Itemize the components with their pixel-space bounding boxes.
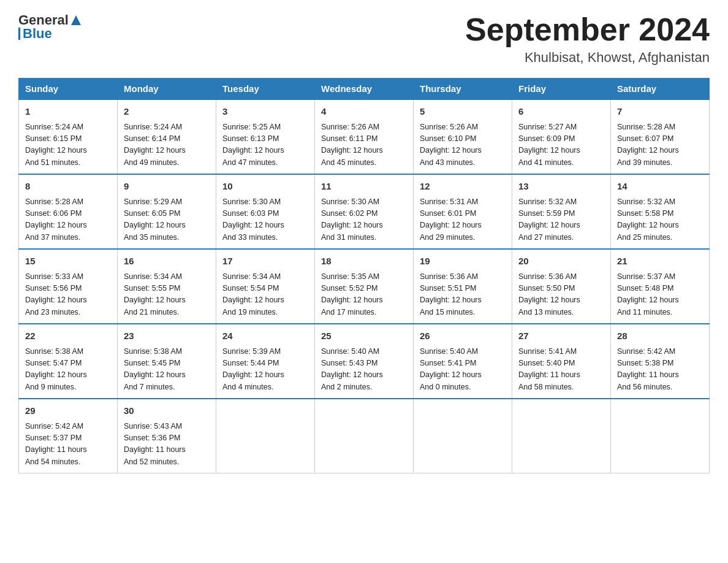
col-header-saturday: Saturday xyxy=(611,79,710,100)
day-info-full: Sunrise: 5:36 AMSunset: 5:50 PMDaylight:… xyxy=(518,271,604,319)
day-info-full: Sunrise: 5:40 AMSunset: 5:41 PMDaylight:… xyxy=(420,346,506,394)
col-header-thursday: Thursday xyxy=(414,79,512,100)
day-cell: 21Sunrise: 5:37 AMSunset: 5:48 PMDayligh… xyxy=(611,249,710,324)
header-row: SundayMondayTuesdayWednesdayThursdayFrid… xyxy=(19,79,710,100)
title-area: September 2024 Khulbisat, Khowst, Afghan… xyxy=(465,12,710,66)
day-cell xyxy=(611,399,710,473)
day-cell: 4Sunrise: 5:26 AMSunset: 6:11 PMDaylight… xyxy=(315,99,414,174)
day-number: 1 xyxy=(25,105,111,119)
day-number: 20 xyxy=(518,255,604,269)
day-cell: 18Sunrise: 5:35 AMSunset: 5:52 PMDayligh… xyxy=(315,249,414,324)
week-row-1: 1Sunrise: 5:24 AMSunset: 6:15 PMDaylight… xyxy=(19,99,710,174)
day-cell: 28Sunrise: 5:42 AMSunset: 5:38 PMDayligh… xyxy=(611,324,710,399)
day-cell: 9Sunrise: 5:29 AMSunset: 6:05 PMDaylight… xyxy=(118,174,216,249)
day-cell: 29Sunrise: 5:42 AMSunset: 5:37 PMDayligh… xyxy=(19,399,118,473)
day-info-full: Sunrise: 5:40 AMSunset: 5:43 PMDaylight:… xyxy=(321,346,407,394)
day-cell xyxy=(216,399,315,473)
day-info-full: Sunrise: 5:41 AMSunset: 5:40 PMDaylight:… xyxy=(518,346,604,394)
col-header-sunday: Sunday xyxy=(19,79,118,100)
day-cell: 5Sunrise: 5:26 AMSunset: 6:10 PMDaylight… xyxy=(414,99,512,174)
week-row-2: 8Sunrise: 5:28 AMSunset: 6:06 PMDaylight… xyxy=(19,174,710,249)
day-cell: 3Sunrise: 5:25 AMSunset: 6:13 PMDaylight… xyxy=(216,99,315,174)
logo-triangle-icon xyxy=(70,14,82,26)
day-info-full: Sunrise: 5:32 AMSunset: 5:58 PMDaylight:… xyxy=(617,196,703,244)
day-number: 8 xyxy=(25,180,111,194)
day-cell: 8Sunrise: 5:28 AMSunset: 6:06 PMDaylight… xyxy=(19,174,118,249)
day-info-full: Sunrise: 5:31 AMSunset: 6:01 PMDaylight:… xyxy=(420,196,506,244)
day-cell: 16Sunrise: 5:34 AMSunset: 5:55 PMDayligh… xyxy=(118,249,216,324)
day-number: 13 xyxy=(518,180,604,194)
day-info-full: Sunrise: 5:25 AMSunset: 6:13 PMDaylight:… xyxy=(222,121,308,169)
day-cell: 24Sunrise: 5:39 AMSunset: 5:44 PMDayligh… xyxy=(216,324,315,399)
day-info-full: Sunrise: 5:42 AMSunset: 5:37 PMDaylight:… xyxy=(25,421,111,469)
day-info-full: Sunrise: 5:30 AMSunset: 6:02 PMDaylight:… xyxy=(321,196,407,244)
day-number: 6 xyxy=(518,105,604,119)
day-info-full: Sunrise: 5:32 AMSunset: 5:59 PMDaylight:… xyxy=(518,196,604,244)
day-number: 24 xyxy=(222,329,308,343)
day-info-full: Sunrise: 5:30 AMSunset: 6:03 PMDaylight:… xyxy=(222,196,308,244)
day-info-full: Sunrise: 5:27 AMSunset: 6:09 PMDaylight:… xyxy=(518,121,604,169)
logo: General Blue xyxy=(18,12,82,42)
day-number: 12 xyxy=(420,180,506,194)
day-number: 15 xyxy=(25,255,111,269)
day-number: 21 xyxy=(617,255,703,269)
svg-marker-0 xyxy=(71,15,81,25)
week-row-3: 15Sunrise: 5:33 AMSunset: 5:56 PMDayligh… xyxy=(19,249,710,324)
day-info-full: Sunrise: 5:26 AMSunset: 6:10 PMDaylight:… xyxy=(420,121,506,169)
day-number: 28 xyxy=(617,329,703,343)
col-header-wednesday: Wednesday xyxy=(315,79,414,100)
day-cell: 1Sunrise: 5:24 AMSunset: 6:15 PMDaylight… xyxy=(19,99,118,174)
day-number: 16 xyxy=(124,255,210,269)
day-cell: 15Sunrise: 5:33 AMSunset: 5:56 PMDayligh… xyxy=(19,249,118,324)
day-number: 17 xyxy=(222,255,308,269)
day-cell: 19Sunrise: 5:36 AMSunset: 5:51 PMDayligh… xyxy=(414,249,512,324)
day-number: 10 xyxy=(222,180,308,194)
col-header-tuesday: Tuesday xyxy=(216,79,315,100)
col-header-monday: Monday xyxy=(118,79,216,100)
calendar-title: September 2024 xyxy=(465,12,710,47)
day-cell xyxy=(414,399,512,473)
logo-blue-text: Blue xyxy=(23,26,52,42)
col-header-friday: Friday xyxy=(512,79,611,100)
day-number: 9 xyxy=(124,180,210,194)
day-info-full: Sunrise: 5:38 AMSunset: 5:45 PMDaylight:… xyxy=(124,346,210,394)
day-cell: 22Sunrise: 5:38 AMSunset: 5:47 PMDayligh… xyxy=(19,324,118,399)
day-cell: 17Sunrise: 5:34 AMSunset: 5:54 PMDayligh… xyxy=(216,249,315,324)
day-cell: 23Sunrise: 5:38 AMSunset: 5:45 PMDayligh… xyxy=(118,324,216,399)
week-row-5: 29Sunrise: 5:42 AMSunset: 5:37 PMDayligh… xyxy=(19,399,710,473)
day-info-full: Sunrise: 5:37 AMSunset: 5:48 PMDaylight:… xyxy=(617,271,703,319)
day-info-full: Sunrise: 5:33 AMSunset: 5:56 PMDaylight:… xyxy=(25,271,111,319)
day-cell xyxy=(315,399,414,473)
day-cell: 27Sunrise: 5:41 AMSunset: 5:40 PMDayligh… xyxy=(512,324,611,399)
day-cell: 12Sunrise: 5:31 AMSunset: 6:01 PMDayligh… xyxy=(414,174,512,249)
day-cell: 14Sunrise: 5:32 AMSunset: 5:58 PMDayligh… xyxy=(611,174,710,249)
day-info-full: Sunrise: 5:24 AMSunset: 6:14 PMDaylight:… xyxy=(124,121,210,169)
day-number: 3 xyxy=(222,105,308,119)
day-info-full: Sunrise: 5:24 AMSunset: 6:15 PMDaylight:… xyxy=(25,121,111,169)
calendar-table: SundayMondayTuesdayWednesdayThursdayFrid… xyxy=(18,78,710,473)
day-number: 30 xyxy=(124,404,210,418)
day-number: 22 xyxy=(25,329,111,343)
day-info-full: Sunrise: 5:26 AMSunset: 6:11 PMDaylight:… xyxy=(321,121,407,169)
day-cell: 2Sunrise: 5:24 AMSunset: 6:14 PMDaylight… xyxy=(118,99,216,174)
day-cell xyxy=(512,399,611,473)
day-info-full: Sunrise: 5:35 AMSunset: 5:52 PMDaylight:… xyxy=(321,271,407,319)
day-number: 19 xyxy=(420,255,506,269)
day-cell: 30Sunrise: 5:43 AMSunset: 5:36 PMDayligh… xyxy=(118,399,216,473)
week-row-4: 22Sunrise: 5:38 AMSunset: 5:47 PMDayligh… xyxy=(19,324,710,399)
day-number: 11 xyxy=(321,180,407,194)
day-number: 26 xyxy=(420,329,506,343)
day-info-full: Sunrise: 5:38 AMSunset: 5:47 PMDaylight:… xyxy=(25,346,111,394)
day-info-full: Sunrise: 5:34 AMSunset: 5:55 PMDaylight:… xyxy=(124,271,210,319)
day-cell: 25Sunrise: 5:40 AMSunset: 5:43 PMDayligh… xyxy=(315,324,414,399)
day-info-full: Sunrise: 5:42 AMSunset: 5:38 PMDaylight:… xyxy=(617,346,703,394)
day-number: 7 xyxy=(617,105,703,119)
day-number: 14 xyxy=(617,180,703,194)
day-info-full: Sunrise: 5:29 AMSunset: 6:05 PMDaylight:… xyxy=(124,196,210,244)
day-cell: 7Sunrise: 5:28 AMSunset: 6:07 PMDaylight… xyxy=(611,99,710,174)
day-info-full: Sunrise: 5:28 AMSunset: 6:07 PMDaylight:… xyxy=(617,121,703,169)
day-number: 23 xyxy=(124,329,210,343)
day-cell: 26Sunrise: 5:40 AMSunset: 5:41 PMDayligh… xyxy=(414,324,512,399)
day-cell: 20Sunrise: 5:36 AMSunset: 5:50 PMDayligh… xyxy=(512,249,611,324)
page-header: General Blue September 2024 Khulbisat, K… xyxy=(18,12,710,66)
